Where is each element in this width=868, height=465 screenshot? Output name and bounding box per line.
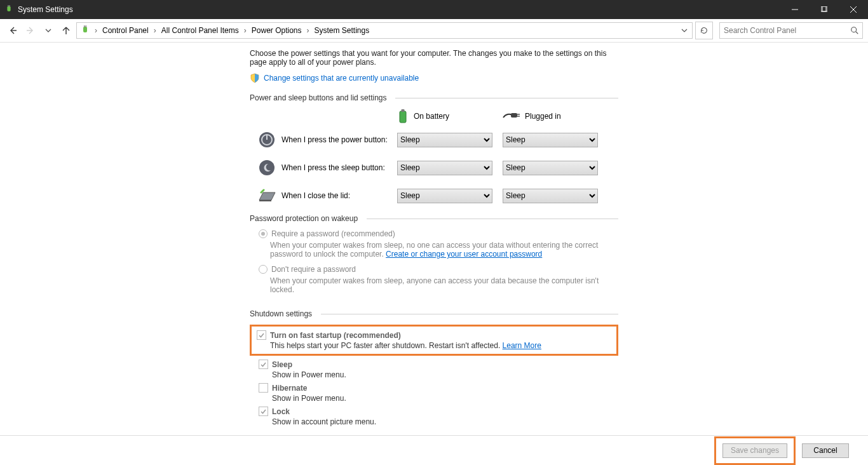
content-scroll[interactable]: Choose the power settings that you want … (0, 43, 868, 435)
svg-point-13 (851, 27, 857, 32)
breadcrumb-segment[interactable]: All Control Panel Items (158, 25, 243, 36)
breadcrumb-segment[interactable]: Control Panel (98, 25, 153, 36)
shield-icon (250, 73, 260, 83)
power-button-plugged-select[interactable]: Sleep (503, 133, 598, 147)
divider (395, 98, 618, 98)
power-options-icon (79, 25, 91, 36)
svg-rect-16 (402, 109, 405, 112)
svg-point-23 (259, 160, 275, 175)
save-changes-button[interactable]: Save changes (722, 443, 787, 458)
forward-button[interactable] (23, 23, 38, 38)
fast-startup-label: Turn on fast startup (recommended) (270, 331, 401, 340)
section-title: Power and sleep buttons and lid settings (250, 93, 386, 102)
chevron-right-icon[interactable]: › (305, 26, 310, 35)
create-password-link[interactable]: Create or change your user account passw… (386, 250, 542, 259)
minimize-button[interactable] (780, 0, 810, 19)
hibernate-label: Hibernate (272, 384, 307, 393)
cancel-button[interactable]: Cancel (802, 443, 849, 458)
sleep-checkbox (259, 360, 268, 369)
highlight-fast-startup: Turn on fast startup (recommended) This … (250, 325, 618, 356)
intro-text: Choose the power settings that you want … (250, 49, 618, 67)
svg-rect-0 (7, 6, 10, 11)
power-button-label: When I press the power button: (281, 135, 397, 144)
plugged-in-label: Plugged in (525, 112, 561, 121)
plug-icon (502, 111, 520, 121)
chevron-right-icon[interactable]: › (93, 26, 98, 35)
dont-require-password-label: Don't require a password (271, 265, 356, 274)
svg-rect-15 (400, 111, 406, 123)
refresh-button[interactable] (695, 22, 713, 39)
lock-desc: Show in account picture menu. (272, 417, 618, 426)
window-title: System Settings (18, 5, 73, 14)
svg-line-14 (856, 32, 858, 34)
lock-checkbox (259, 407, 268, 416)
hibernate-checkbox (259, 383, 268, 393)
chevron-right-icon[interactable]: › (153, 26, 158, 35)
svg-rect-17 (511, 113, 517, 118)
svg-rect-1 (8, 5, 8, 7)
lock-label: Lock (272, 407, 290, 416)
up-button[interactable] (58, 23, 74, 38)
svg-rect-11 (84, 25, 85, 27)
sleep-button-plugged-select[interactable]: Sleep (503, 161, 598, 175)
sleep-label: Sleep (272, 360, 292, 369)
learn-more-link[interactable]: Learn More (503, 341, 541, 350)
svg-rect-5 (822, 6, 827, 11)
search-icon (850, 26, 859, 35)
breadcrumb-dropdown[interactable] (679, 24, 689, 37)
search-input[interactable] (719, 22, 863, 39)
navbar: › Control Panel › All Control Panel Item… (0, 19, 868, 43)
dont-require-password-radio (259, 265, 268, 274)
close-lid-label: When I close the lid: (281, 191, 397, 200)
footer: Save changes Cancel (0, 436, 868, 465)
section-title: Password protection on wakeup (250, 214, 358, 223)
search-box[interactable] (719, 22, 863, 39)
svg-rect-10 (83, 27, 87, 32)
fast-startup-checkbox (257, 330, 266, 340)
back-button[interactable] (5, 23, 20, 38)
hibernate-desc: Show in Power menu. (272, 394, 618, 403)
divider (321, 314, 618, 314)
highlight-save-button: Save changes (714, 436, 796, 465)
sleep-desc: Show in Power menu. (272, 370, 618, 379)
on-battery-label: On battery (414, 112, 449, 121)
sleep-button-label: When I press the sleep button: (281, 163, 397, 172)
power-button-battery-select[interactable]: Sleep (397, 133, 492, 147)
require-password-label: Require a password (recommended) (271, 229, 395, 238)
power-options-icon (4, 4, 14, 15)
divider (367, 219, 618, 219)
breadcrumb[interactable]: › Control Panel › All Control Panel Item… (76, 22, 693, 39)
close-button[interactable] (839, 0, 868, 19)
section-title: Shutdown settings (250, 309, 312, 318)
change-unavailable-link[interactable]: Change settings that are currently unava… (264, 74, 419, 83)
require-password-desc: When your computer wakes from sleep, no … (270, 241, 613, 259)
sleep-button-battery-select[interactable]: Sleep (397, 161, 492, 175)
chevron-right-icon[interactable]: › (243, 26, 248, 35)
power-button-icon (257, 130, 276, 149)
close-lid-plugged-select[interactable]: Sleep (503, 189, 598, 203)
dont-require-password-desc: When your computer wakes from sleep, any… (270, 276, 613, 294)
svg-rect-2 (9, 5, 10, 7)
recent-locations-button[interactable] (41, 23, 56, 38)
close-lid-battery-select[interactable]: Sleep (397, 189, 492, 203)
svg-rect-4 (821, 6, 826, 11)
breadcrumb-segment[interactable]: Power Options (248, 25, 306, 36)
titlebar: System Settings (0, 0, 868, 19)
lid-icon (257, 186, 276, 205)
fast-startup-desc: This helps start your PC faster after sh… (270, 341, 611, 350)
sleep-button-icon (257, 158, 276, 177)
svg-rect-12 (86, 25, 87, 27)
battery-icon (397, 109, 409, 124)
require-password-radio (259, 229, 268, 238)
breadcrumb-segment[interactable]: System Settings (310, 25, 373, 36)
maximize-button[interactable] (810, 0, 839, 19)
